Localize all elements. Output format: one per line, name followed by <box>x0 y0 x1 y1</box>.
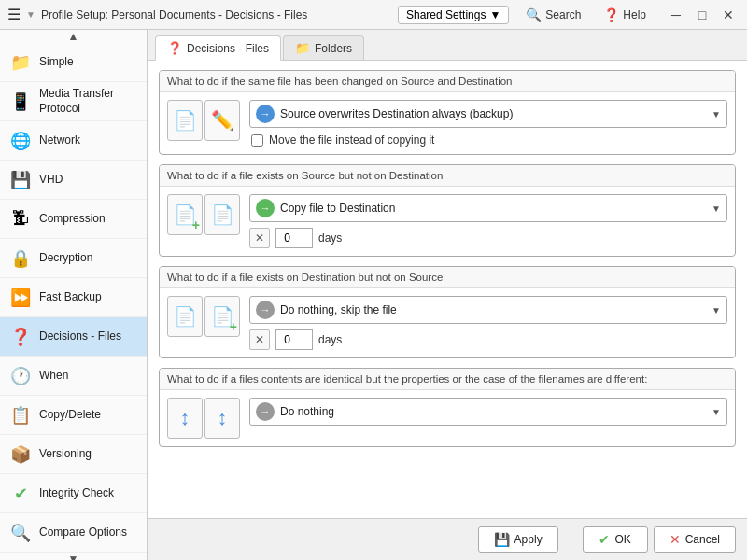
when-icon: 🕐 <box>9 365 32 387</box>
minimize-button[interactable]: ─ <box>665 4 687 26</box>
days-label-2: days <box>318 231 342 245</box>
sidebar-label-decisions-files: Decisions - Files <box>39 329 121 344</box>
nav-arrow[interactable]: ▼ <box>26 9 35 20</box>
dropdown-2-arrow: ▼ <box>712 203 721 214</box>
file-icon-left-4: ↕ <box>167 398 203 439</box>
sidebar-label-simple: Simple <box>39 55 74 70</box>
tab-folders[interactable]: 📁 Folders <box>283 35 364 60</box>
shared-settings-button[interactable]: Shared Settings ▼ <box>398 6 509 24</box>
tab-decisions-files[interactable]: ❓ Decisions - Files <box>155 35 281 61</box>
dropdown-2-text: Copy file to Destination <box>280 202 708 215</box>
sidebar-item-when[interactable]: 🕐 When <box>0 357 147 396</box>
cancel-label: Cancel <box>685 533 720 546</box>
sidebar-scroll-down[interactable]: ▼ <box>0 553 147 560</box>
section-exists-dest-not-source: What to do if a file exists on Destinati… <box>159 266 736 358</box>
days-x-btn-2[interactable]: ✕ <box>249 228 270 248</box>
dropdown-4-text: Do nothing <box>280 405 708 418</box>
network-icon: 🌐 <box>9 130 32 152</box>
days-row-2: ✕ days <box>249 228 727 248</box>
dropdown-1-text: Source overwrites Destination always (ba… <box>280 107 708 120</box>
menu-icon[interactable]: ☰ <box>7 6 21 23</box>
main-layout: ▲ 📁 Simple 📱 Media Transfer Protocol 🌐 N… <box>0 30 747 560</box>
ok-button[interactable]: ✔ OK <box>583 526 648 553</box>
compression-icon: 🗜 <box>9 208 32 231</box>
sidebar-label-fast-backup: Fast Backup <box>39 290 102 305</box>
sidebar-label-vhd: VHD <box>39 173 63 188</box>
sidebar-item-decisions-files[interactable]: ❓ Decisions - Files <box>0 317 147 357</box>
ok-label: OK <box>614 533 630 546</box>
dropdown-4-arrow: ▼ <box>712 407 721 417</box>
shared-settings-label: Shared Settings <box>406 8 486 21</box>
section-2-controls: → Copy file to Destination ▼ ✕ days <box>249 194 727 248</box>
dropdown-3[interactable]: → Do nothing, skip the file ▼ <box>249 296 727 324</box>
dropdown-row-2: → Copy file to Destination ▼ <box>249 194 727 222</box>
cancel-button[interactable]: ✕ Cancel <box>654 526 736 553</box>
section-2-content: 📄 + 📄 → Copy file to Destination <box>160 187 735 256</box>
sidebar-item-vhd[interactable]: 💾 VHD <box>0 161 147 200</box>
sidebar-item-compare-options[interactable]: 🔍 Compare Options <box>0 513 147 553</box>
dropdown-4[interactable]: → Do nothing ▼ <box>249 398 727 426</box>
sidebar-item-mtp[interactable]: 📱 Media Transfer Protocol <box>0 82 147 121</box>
dropdown-2[interactable]: → Copy file to Destination ▼ <box>249 194 727 222</box>
dropdown-1-arrow: ▼ <box>712 109 721 119</box>
title-bar: ☰ ▼ Profile Setup: Personal Documents - … <box>0 0 747 30</box>
file-icon-right-1: ✏️ <box>204 100 240 141</box>
sidebar-scroll-up[interactable]: ▲ <box>0 30 147 43</box>
search-button[interactable]: 🔍 Search <box>520 6 586 24</box>
compare-options-icon: 🔍 <box>9 522 32 544</box>
dropdown-3-text: Do nothing, skip the file <box>280 303 708 316</box>
sidebar-item-versioning[interactable]: 📦 Versioning <box>0 435 147 474</box>
checkbox-row-1: Move the file instead of copying it <box>249 133 727 147</box>
tab-folders-icon: 📁 <box>295 41 310 55</box>
days-input-2[interactable] <box>275 228 313 248</box>
dropdown-3-arrow: ▼ <box>712 305 721 315</box>
days-label-3: days <box>318 333 342 346</box>
file-icon-right-3: 📄 + <box>204 296 240 337</box>
title-actions: Shared Settings ▼ 🔍 Search ❓ Help <box>398 6 652 24</box>
checkbox-move-file-label: Move the file instead of copying it <box>269 133 434 147</box>
days-x-btn-3[interactable]: ✕ <box>249 329 270 350</box>
section-1-controls: → Source overwrites Destination always (… <box>249 100 727 147</box>
sidebar-item-compression[interactable]: 🗜 Compression <box>0 200 147 239</box>
help-button[interactable]: ❓ Help <box>598 6 652 24</box>
close-button[interactable]: ✕ <box>717 4 740 26</box>
sidebar-label-integrity-check: Integrity Check <box>39 486 114 501</box>
sidebar-item-copy-delete[interactable]: 📋 Copy/Delete <box>0 396 147 435</box>
help-icon: ❓ <box>603 7 619 22</box>
sidebar-label-compare-options: Compare Options <box>39 525 127 540</box>
mtp-icon: 📱 <box>9 91 32 113</box>
versioning-icon: 📦 <box>9 443 32 466</box>
file-icon-right-2: 📄 <box>204 194 240 235</box>
checkbox-move-file[interactable] <box>251 134 263 147</box>
sidebar-item-decryption[interactable]: 🔒 Decryption <box>0 239 147 278</box>
section-4-content: ↕ ↕ → Do nothing ▼ <box>160 390 735 446</box>
content-area: ❓ Decisions - Files 📁 Folders What to do… <box>148 30 747 560</box>
window-title: Profile Setup: Personal Documents - Deci… <box>41 8 392 21</box>
days-input-3[interactable] <box>275 329 313 350</box>
dropdown-row-4: → Do nothing ▼ <box>249 398 727 426</box>
section-same-file-changed: What to do if the same file has been cha… <box>159 70 736 155</box>
dropdown-3-icon: → <box>256 301 275 319</box>
file-icon-left-3: 📄 <box>167 296 203 337</box>
file-pair-3: 📄 📄 + <box>167 296 240 337</box>
file-pair-1: 📄 ✏️ <box>167 100 240 141</box>
sidebar-item-network[interactable]: 🌐 Network <box>0 121 147 161</box>
sidebar-item-integrity-check[interactable]: ✔ Integrity Check <box>0 474 147 513</box>
main-scroll-area[interactable]: What to do if the same file has been cha… <box>148 61 747 518</box>
sidebar-label-mtp: Media Transfer Protocol <box>39 87 137 116</box>
dropdown-2-icon: → <box>256 199 275 217</box>
sidebar-label-copy-delete: Copy/Delete <box>39 408 101 423</box>
maximize-button[interactable]: □ <box>691 4 713 26</box>
decryption-icon: 🔒 <box>9 247 32 270</box>
apply-icon: 💾 <box>494 532 510 547</box>
dropdown-1[interactable]: → Source overwrites Destination always (… <box>249 100 727 128</box>
sidebar-item-fast-backup[interactable]: ⏩ Fast Backup <box>0 278 147 317</box>
integrity-check-icon: ✔ <box>9 483 32 505</box>
apply-button[interactable]: 💾 Apply <box>478 526 558 553</box>
sidebar-label-network: Network <box>39 133 80 148</box>
days-row-3: ✕ days <box>249 329 727 350</box>
file-icon-left-1: 📄 <box>167 100 203 141</box>
sidebar-label-when: When <box>39 369 68 384</box>
tab-bar: ❓ Decisions - Files 📁 Folders <box>148 30 747 61</box>
sidebar-item-simple[interactable]: 📁 Simple <box>0 43 147 82</box>
